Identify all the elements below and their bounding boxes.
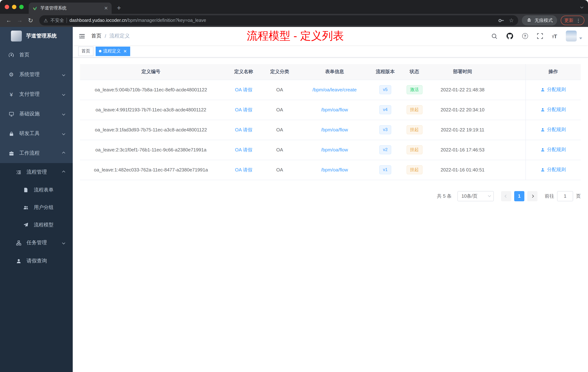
- sidebar-item-process-form[interactable]: 流程表单: [0, 181, 73, 199]
- form-link[interactable]: /bpm/oa/flow: [321, 107, 348, 112]
- update-browser-button[interactable]: 更新 ⋮: [561, 16, 584, 25]
- form-cell: /bpm/oa/leave/create: [294, 80, 375, 100]
- definition-name-link[interactable]: OA 请假: [235, 147, 252, 152]
- deploy-time-cell: 2022-01-22 19:19:11: [433, 120, 492, 140]
- tab-close-icon[interactable]: ✕: [104, 5, 108, 11]
- briefcase-icon: [8, 151, 15, 156]
- version-tag: v5: [379, 85, 391, 94]
- browser-menu-icon[interactable]: ⋮: [576, 18, 581, 23]
- sidebar-item-task-management[interactable]: 任务管理: [0, 234, 73, 252]
- table-row: oa_leave:3:1fad3d93-7b75-11ec-a3c8-acde4…: [80, 120, 581, 140]
- password-key-icon[interactable]: [498, 17, 504, 23]
- page-size-select[interactable]: 10条/页: [457, 191, 494, 201]
- window-controls: [0, 0, 29, 14]
- form-link[interactable]: /bpm/oa/flow: [321, 127, 348, 132]
- assign-rule-link[interactable]: 分配规则: [541, 146, 566, 153]
- form-cell: /bpm/oa/flow: [294, 100, 375, 120]
- sidebar-item-payment[interactable]: ¥ 支付管理: [0, 85, 73, 104]
- assign-rule-link[interactable]: 分配规则: [541, 107, 566, 113]
- sidebar-item-dev-tools[interactable]: 研发工具: [0, 124, 73, 143]
- browser-tab[interactable]: 芋道管理系统 ✕: [29, 2, 112, 14]
- url-text[interactable]: dashboard.yudao.iocoder.cn/bpm/manager/d…: [69, 18, 206, 23]
- form-cell: /bpm/oa/flow: [294, 160, 375, 180]
- definition-id-cell: oa_leave:1:482ec033-762a-11ec-8477-a2380…: [80, 160, 222, 180]
- current-page-button[interactable]: 1: [514, 191, 524, 201]
- sidebar-brand[interactable]: 芋道管理系统: [0, 27, 73, 45]
- next-page-button[interactable]: [527, 191, 537, 201]
- incognito-icon: [526, 17, 532, 23]
- version-tag: v3: [379, 125, 391, 134]
- sidebar-item-home[interactable]: 首页: [0, 45, 73, 65]
- version-tag: v2: [379, 145, 391, 154]
- yen-icon: ¥: [8, 91, 15, 97]
- paper-plane-icon: [22, 222, 29, 228]
- assign-rule-link[interactable]: 分配规则: [541, 127, 566, 133]
- goto-page-input[interactable]: [557, 191, 573, 201]
- page-suffix-label: 页: [576, 193, 581, 199]
- action-cell: 分配规则: [525, 80, 581, 100]
- definition-table: 定义编号 定义名称 定义分类 表单信息 流程版本 状态 部署时间 操作: [80, 64, 581, 180]
- font-size-icon[interactable]: TT: [552, 33, 557, 39]
- bookmark-star-icon[interactable]: ☆: [509, 17, 514, 24]
- tag-close-icon[interactable]: ✕: [123, 49, 127, 54]
- chevron-down-icon: [62, 73, 65, 76]
- definition-name-link[interactable]: OA 请假: [235, 127, 252, 132]
- sidebar-item-label: 支付管理: [19, 91, 40, 98]
- definition-name-cell: OA 请假: [222, 80, 265, 100]
- tag-process-definition[interactable]: 流程定义 ✕: [96, 46, 130, 56]
- refresh-button[interactable]: ↻: [25, 15, 36, 25]
- avatar[interactable]: [566, 31, 577, 42]
- tag-home[interactable]: 首页: [78, 46, 94, 56]
- forward-button[interactable]: →: [15, 15, 25, 25]
- back-button[interactable]: ←: [4, 15, 14, 25]
- version-tag: v4: [379, 105, 391, 114]
- form-link[interactable]: /bpm/oa/leave/create: [313, 87, 357, 92]
- definition-name-link[interactable]: OA 请假: [235, 87, 252, 92]
- minimize-window-button[interactable]: [12, 5, 16, 9]
- help-icon[interactable]: ?: [522, 33, 528, 39]
- form-cell: /bpm/oa/flow: [294, 140, 375, 160]
- definition-id-cell: oa_leave:4:991f2193-7b7f-11ec-a3c8-acde4…: [80, 100, 222, 120]
- fullscreen-icon[interactable]: [537, 33, 543, 39]
- definition-id-cell: oa_leave:5:004b710b-7b8a-11ec-8ef0-acde4…: [80, 80, 222, 100]
- definition-name-link[interactable]: OA 请假: [235, 167, 252, 172]
- status-cell: 挂起: [395, 140, 433, 160]
- table-row: oa_leave:5:004b710b-7b8a-11ec-8ef0-acde4…: [80, 80, 581, 100]
- assign-rule-link[interactable]: 分配规则: [541, 87, 566, 93]
- assign-rule-link[interactable]: 分配规则: [541, 166, 566, 173]
- sidebar-item-user-group[interactable]: 用户分组: [0, 199, 73, 216]
- new-tab-button[interactable]: +: [114, 3, 124, 13]
- sidebar-item-label: 首页: [19, 52, 30, 58]
- action-cell: 分配规则: [525, 140, 581, 160]
- tab-search-chevron-icon[interactable]: [580, 5, 583, 9]
- breadcrumb-home[interactable]: 首页: [91, 33, 101, 39]
- sidebar-item-process-model[interactable]: 流程模型: [0, 216, 73, 234]
- version-cell: v4: [375, 100, 395, 120]
- form-link[interactable]: /bpm/oa/flow: [321, 147, 348, 153]
- definition-name-link[interactable]: OA 请假: [235, 107, 252, 112]
- github-icon[interactable]: [506, 33, 513, 39]
- prev-page-button[interactable]: [501, 191, 511, 201]
- user-icon: [541, 87, 545, 92]
- sidebar-item-label: 系统管理: [19, 71, 40, 78]
- top-navbar: 首页 / 流程定义 流程模型 - 定义列表 ? TT: [73, 27, 588, 45]
- user-menu[interactable]: [566, 31, 582, 42]
- sidebar-item-system[interactable]: ⚙ 系统管理: [0, 65, 73, 85]
- goto-label: 前往: [545, 193, 554, 199]
- sidebar-item-workflow[interactable]: 工作流程: [0, 143, 73, 163]
- not-secure-label[interactable]: 不安全: [50, 17, 64, 23]
- form-cell: /bpm/oa/flow: [294, 120, 375, 140]
- address-bar[interactable]: ⚠ 不安全 dashboard.yudao.iocoder.cn/bpm/man…: [39, 15, 518, 25]
- category-cell: OA: [265, 120, 294, 140]
- sidebar-item-process-management[interactable]: 流程管理: [0, 163, 73, 181]
- close-window-button[interactable]: [5, 5, 9, 9]
- zoom-window-button[interactable]: [19, 5, 24, 9]
- col-form-info: 表单信息: [294, 64, 375, 80]
- sidebar-item-leave-query[interactable]: 请假查询: [0, 252, 73, 270]
- not-secure-warning-icon: ⚠: [44, 18, 48, 23]
- hamburger-icon[interactable]: [79, 33, 85, 40]
- form-link[interactable]: /bpm/oa/flow: [321, 167, 348, 173]
- sidebar-item-infrastructure[interactable]: 基础设施: [0, 104, 73, 124]
- status-tag: 激活: [406, 85, 422, 94]
- search-icon[interactable]: [491, 33, 497, 39]
